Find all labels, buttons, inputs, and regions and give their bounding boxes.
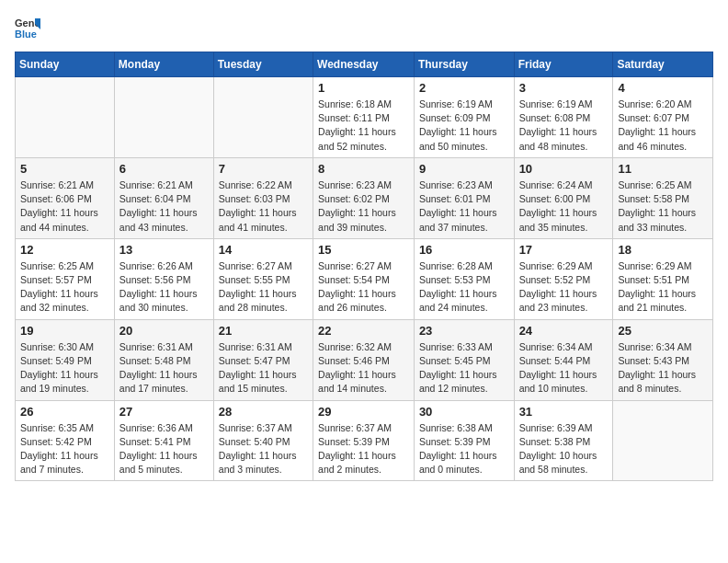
day-number: 26 (20, 405, 109, 419)
calendar-table: SundayMondayTuesdayWednesdayThursdayFrid… (15, 52, 713, 481)
day-number: 6 (119, 162, 209, 176)
page-header: General Blue (15, 15, 713, 40)
day-info: Sunrise: 6:25 AM Sunset: 5:57 PM Dayligh… (20, 259, 109, 316)
calendar-cell: 31Sunrise: 6:39 AM Sunset: 5:38 PM Dayli… (514, 400, 613, 481)
calendar-cell: 17Sunrise: 6:29 AM Sunset: 5:52 PM Dayli… (514, 238, 613, 319)
calendar-cell: 7Sunrise: 6:22 AM Sunset: 6:03 PM Daylig… (213, 157, 313, 238)
day-number: 27 (119, 405, 209, 419)
calendar-week-row: 12Sunrise: 6:25 AM Sunset: 5:57 PM Dayli… (16, 238, 713, 319)
calendar-cell: 28Sunrise: 6:37 AM Sunset: 5:40 PM Dayli… (213, 400, 313, 481)
day-number: 23 (419, 324, 509, 338)
day-number: 12 (20, 243, 109, 257)
calendar-cell: 5Sunrise: 6:21 AM Sunset: 6:06 PM Daylig… (16, 157, 115, 238)
calendar-cell: 26Sunrise: 6:35 AM Sunset: 5:42 PM Dayli… (16, 400, 115, 481)
day-info: Sunrise: 6:21 AM Sunset: 6:06 PM Dayligh… (20, 178, 109, 235)
calendar-cell: 24Sunrise: 6:34 AM Sunset: 5:44 PM Dayli… (514, 319, 613, 400)
day-info: Sunrise: 6:38 AM Sunset: 5:39 PM Dayligh… (419, 421, 509, 477)
day-number: 21 (219, 324, 308, 338)
calendar-cell: 22Sunrise: 6:32 AM Sunset: 5:46 PM Dayli… (313, 319, 415, 400)
day-info: Sunrise: 6:23 AM Sunset: 6:02 PM Dayligh… (318, 178, 409, 235)
calendar-cell: 18Sunrise: 6:29 AM Sunset: 5:51 PM Dayli… (613, 238, 713, 319)
calendar-cell: 29Sunrise: 6:37 AM Sunset: 5:39 PM Dayli… (313, 400, 415, 481)
weekday-header: Tuesday (213, 52, 313, 77)
calendar-cell: 13Sunrise: 6:26 AM Sunset: 5:56 PM Dayli… (114, 238, 213, 319)
calendar-cell: 19Sunrise: 6:30 AM Sunset: 5:49 PM Dayli… (16, 319, 115, 400)
day-number: 1 (318, 81, 409, 95)
calendar-week-row: 26Sunrise: 6:35 AM Sunset: 5:42 PM Dayli… (16, 400, 713, 481)
day-info: Sunrise: 6:37 AM Sunset: 5:39 PM Dayligh… (318, 421, 409, 477)
day-number: 11 (618, 162, 708, 176)
day-number: 10 (519, 162, 609, 176)
calendar-week-row: 19Sunrise: 6:30 AM Sunset: 5:49 PM Dayli… (16, 319, 713, 400)
calendar-week-row: 1Sunrise: 6:18 AM Sunset: 6:11 PM Daylig… (16, 77, 713, 158)
day-info: Sunrise: 6:32 AM Sunset: 5:46 PM Dayligh… (318, 340, 409, 396)
day-number: 22 (318, 324, 409, 338)
weekday-header: Thursday (414, 52, 514, 77)
day-info: Sunrise: 6:27 AM Sunset: 5:55 PM Dayligh… (219, 259, 308, 316)
day-info: Sunrise: 6:34 AM Sunset: 5:43 PM Dayligh… (618, 340, 708, 396)
day-number: 29 (318, 405, 409, 419)
day-number: 19 (20, 324, 109, 338)
day-number: 7 (219, 162, 308, 176)
calendar-body: 1Sunrise: 6:18 AM Sunset: 6:11 PM Daylig… (16, 77, 713, 481)
day-info: Sunrise: 6:29 AM Sunset: 5:51 PM Dayligh… (618, 259, 708, 316)
calendar-cell: 4Sunrise: 6:20 AM Sunset: 6:07 PM Daylig… (613, 77, 713, 158)
calendar-cell (613, 400, 713, 481)
calendar-cell: 12Sunrise: 6:25 AM Sunset: 5:57 PM Dayli… (16, 238, 115, 319)
day-number: 3 (519, 81, 609, 95)
calendar-cell: 8Sunrise: 6:23 AM Sunset: 6:02 PM Daylig… (313, 157, 415, 238)
day-info: Sunrise: 6:25 AM Sunset: 5:58 PM Dayligh… (618, 178, 708, 235)
logo-icon: General Blue (15, 15, 40, 40)
weekday-header: Saturday (613, 52, 713, 77)
day-info: Sunrise: 6:19 AM Sunset: 6:08 PM Dayligh… (519, 98, 609, 154)
day-number: 2 (419, 81, 509, 95)
day-info: Sunrise: 6:34 AM Sunset: 5:44 PM Dayligh… (519, 340, 609, 396)
calendar-cell: 27Sunrise: 6:36 AM Sunset: 5:41 PM Dayli… (114, 400, 213, 481)
calendar-cell (16, 77, 115, 158)
day-info: Sunrise: 6:31 AM Sunset: 5:47 PM Dayligh… (219, 340, 308, 396)
day-number: 31 (519, 405, 609, 419)
day-number: 18 (618, 243, 708, 257)
calendar-cell (213, 77, 313, 158)
day-info: Sunrise: 6:29 AM Sunset: 5:52 PM Dayligh… (519, 259, 609, 316)
calendar-cell: 16Sunrise: 6:28 AM Sunset: 5:53 PM Dayli… (414, 238, 514, 319)
day-info: Sunrise: 6:27 AM Sunset: 5:54 PM Dayligh… (318, 259, 409, 316)
calendar-cell: 2Sunrise: 6:19 AM Sunset: 6:09 PM Daylig… (414, 77, 514, 158)
calendar-cell: 6Sunrise: 6:21 AM Sunset: 6:04 PM Daylig… (114, 157, 213, 238)
day-number: 28 (219, 405, 308, 419)
day-info: Sunrise: 6:37 AM Sunset: 5:40 PM Dayligh… (219, 421, 308, 477)
weekday-header: Friday (514, 52, 613, 77)
day-info: Sunrise: 6:33 AM Sunset: 5:45 PM Dayligh… (419, 340, 509, 396)
day-number: 14 (219, 243, 308, 257)
day-number: 16 (419, 243, 509, 257)
day-number: 15 (318, 243, 409, 257)
weekday-header: Sunday (16, 52, 115, 77)
calendar-cell: 14Sunrise: 6:27 AM Sunset: 5:55 PM Dayli… (213, 238, 313, 319)
day-number: 30 (419, 405, 509, 419)
svg-text:Blue: Blue (15, 29, 37, 40)
day-info: Sunrise: 6:22 AM Sunset: 6:03 PM Dayligh… (219, 178, 308, 235)
weekday-header: Wednesday (313, 52, 415, 77)
day-info: Sunrise: 6:36 AM Sunset: 5:41 PM Dayligh… (119, 421, 209, 477)
day-info: Sunrise: 6:21 AM Sunset: 6:04 PM Dayligh… (119, 178, 209, 235)
calendar-cell: 1Sunrise: 6:18 AM Sunset: 6:11 PM Daylig… (313, 77, 415, 158)
calendar-header-row: SundayMondayTuesdayWednesdayThursdayFrid… (16, 52, 713, 77)
day-number: 4 (618, 81, 708, 95)
calendar-cell: 9Sunrise: 6:23 AM Sunset: 6:01 PM Daylig… (414, 157, 514, 238)
calendar-cell: 3Sunrise: 6:19 AM Sunset: 6:08 PM Daylig… (514, 77, 613, 158)
calendar-week-row: 5Sunrise: 6:21 AM Sunset: 6:06 PM Daylig… (16, 157, 713, 238)
calendar-cell: 10Sunrise: 6:24 AM Sunset: 6:00 PM Dayli… (514, 157, 613, 238)
calendar-cell: 30Sunrise: 6:38 AM Sunset: 5:39 PM Dayli… (414, 400, 514, 481)
day-number: 24 (519, 324, 609, 338)
calendar-cell: 21Sunrise: 6:31 AM Sunset: 5:47 PM Dayli… (213, 319, 313, 400)
day-info: Sunrise: 6:26 AM Sunset: 5:56 PM Dayligh… (119, 259, 209, 316)
calendar-cell (114, 77, 213, 158)
day-number: 5 (20, 162, 109, 176)
day-number: 25 (618, 324, 708, 338)
day-info: Sunrise: 6:39 AM Sunset: 5:38 PM Dayligh… (519, 421, 609, 477)
calendar-cell: 23Sunrise: 6:33 AM Sunset: 5:45 PM Dayli… (414, 319, 514, 400)
day-info: Sunrise: 6:30 AM Sunset: 5:49 PM Dayligh… (20, 340, 109, 396)
day-info: Sunrise: 6:20 AM Sunset: 6:07 PM Dayligh… (618, 98, 708, 154)
day-info: Sunrise: 6:18 AM Sunset: 6:11 PM Dayligh… (318, 98, 409, 154)
calendar-cell: 25Sunrise: 6:34 AM Sunset: 5:43 PM Dayli… (613, 319, 713, 400)
